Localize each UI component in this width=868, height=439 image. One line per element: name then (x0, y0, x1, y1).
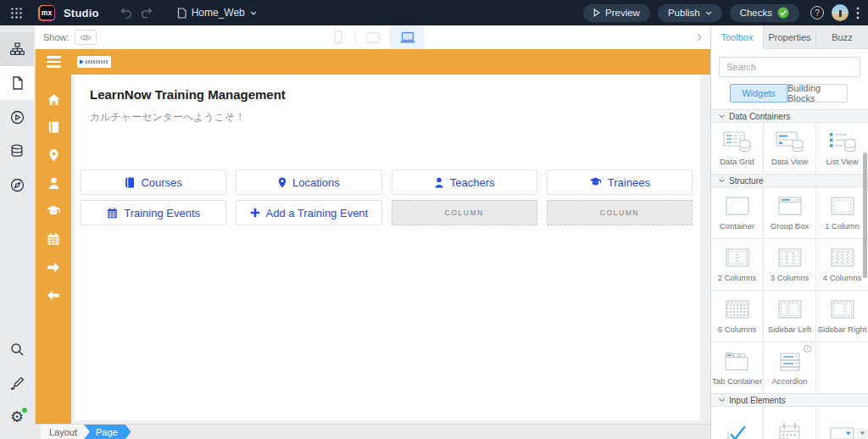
checks-button[interactable]: Checks (730, 4, 799, 22)
nav-calendar-icon[interactable] (46, 231, 61, 247)
widget-tile-3-columns[interactable]: 3 Columns (764, 239, 815, 290)
nav-book-icon[interactable] (46, 119, 61, 135)
plus-icon (250, 208, 260, 218)
widget-tile-data-view[interactable]: Data View (764, 123, 815, 174)
redo-icon[interactable] (141, 7, 153, 19)
widget-tile-1-column[interactable]: 1 Column (816, 187, 868, 238)
widget-tile-accordion[interactable]: i Accordion (764, 342, 815, 393)
studio-left-rail: ⚙ (0, 25, 34, 439)
page-canvas: LearnNow Training Management カルチャーセンターへよ… (34, 49, 710, 424)
widget-tile-6-columns[interactable]: 6 Columns (711, 291, 763, 342)
page-nav-sidebar (36, 49, 71, 424)
widget-tile-list-view[interactable]: List View (816, 123, 868, 174)
section-header-input-elements[interactable]: Input Elements (711, 393, 868, 407)
undo-icon[interactable] (120, 7, 132, 19)
rail-item-navigation[interactable] (0, 32, 34, 66)
search-input[interactable] (719, 57, 860, 77)
nav-home-icon[interactable] (46, 92, 61, 107)
training-events-button[interactable]: Training Events (81, 200, 226, 225)
tablet-view-button[interactable] (356, 25, 390, 49)
segment-widgets[interactable]: Widgets (730, 84, 787, 103)
widget-tile-sidebar-right[interactable]: Sidebar Right (816, 291, 868, 342)
nav-graduation-cap-icon[interactable] (46, 203, 61, 219)
rail-item-pages[interactable] (0, 66, 34, 100)
widget-tile-group-box[interactable]: Group Box (764, 187, 815, 238)
help-icon[interactable]: ? (810, 6, 824, 19)
rail-item-domain-model[interactable] (0, 134, 34, 168)
empty-column-placeholder[interactable]: COLUMN (547, 200, 693, 225)
eye-icon (80, 34, 92, 42)
widget-tile-2-columns[interactable]: 2 Columns (711, 239, 763, 290)
three-columns-icon (775, 247, 805, 270)
page-title: LearnNow Training Management (90, 87, 700, 102)
page-content-area: LearnNow Training Management カルチャーセンターへよ… (71, 49, 710, 424)
breadcrumb-page[interactable]: Page (84, 425, 131, 439)
tab-properties[interactable]: Properties (764, 25, 816, 48)
visibility-toggle-button[interactable] (75, 30, 97, 45)
rail-item-settings[interactable]: ⚙ (0, 400, 34, 434)
nav-user-icon[interactable] (46, 175, 61, 191)
trainees-button[interactable]: Trainees (547, 169, 693, 195)
empty-column-placeholder[interactable]: COLUMN (392, 200, 537, 225)
nav-arrow-right-icon[interactable] (46, 259, 61, 275)
widget-tile-sidebar-left[interactable]: Sidebar Left (764, 291, 815, 342)
notification-dot (22, 408, 27, 413)
laptop-icon (399, 31, 416, 43)
paintbrush-icon (10, 376, 25, 391)
preview-button[interactable]: Preview (583, 4, 650, 22)
info-icon[interactable]: i (804, 345, 811, 353)
rail-item-theme[interactable] (0, 366, 34, 400)
widget-tile-data-grid[interactable]: Data Grid (711, 123, 763, 174)
rail-item-search[interactable] (0, 332, 34, 366)
panel-collapse-chevron-icon[interactable] (697, 33, 702, 42)
add-training-event-button[interactable]: Add a Training Event (236, 200, 381, 225)
widget-tile-date-picker[interactable] (764, 407, 815, 439)
check-badge-icon (777, 7, 789, 19)
page-switcher[interactable]: Home_Web (177, 7, 257, 19)
section-header-structure[interactable]: Structure (711, 174, 868, 187)
nav-map-pin-icon[interactable] (46, 147, 61, 163)
breadcrumb-statusbar: Layout Page (34, 424, 710, 439)
tab-buzz[interactable]: Buzz (816, 25, 868, 48)
learnnow-logo[interactable] (77, 56, 111, 68)
widget-tile-tab-container[interactable]: Tab Container (711, 342, 763, 393)
desktop-view-button[interactable] (391, 25, 425, 49)
device-preview-switch (321, 25, 425, 49)
widget-tile-checkbox[interactable] (711, 407, 763, 439)
breadcrumb-layout[interactable]: Layout (41, 425, 89, 439)
four-columns-icon (827, 247, 858, 270)
avatar[interactable] (832, 4, 849, 21)
panel-scrollbar-thumb[interactable] (863, 153, 867, 278)
locations-button[interactable]: Locations (236, 169, 381, 195)
kebab-menu-icon[interactable] (856, 7, 860, 19)
publish-button[interactable]: Publish (658, 4, 722, 22)
rail-item-microflows[interactable] (0, 100, 34, 134)
phone-view-button[interactable] (321, 25, 355, 49)
scroll-down-arrow[interactable] (857, 428, 868, 439)
two-columns-icon (722, 247, 753, 270)
widget-tile-container[interactable]: Container (711, 187, 763, 238)
widget-tile-4-columns[interactable]: 4 Columns (816, 239, 868, 290)
show-label: Show: (43, 32, 70, 42)
tab-toolbox[interactable]: Toolbox (711, 25, 764, 49)
courses-button[interactable]: Courses (81, 169, 226, 195)
segment-building-blocks[interactable]: Building Blocks (787, 84, 848, 103)
hamburger-menu-icon[interactable] (47, 49, 61, 75)
list-view-icon (827, 131, 858, 154)
data-view-icon (775, 131, 805, 154)
canvas-toolbar: Show: (34, 25, 710, 49)
map-pin-icon (278, 177, 287, 188)
logo-mark (80, 59, 84, 64)
mendix-studio-window: mx Studio Home_Web Preview (0, 0, 868, 439)
chevron-down-icon (719, 398, 725, 402)
mendix-logo[interactable]: mx (38, 5, 55, 21)
page-subtitle: カルチャーセンターへようこそ！ (90, 110, 700, 125)
dropdown-icon (827, 420, 858, 439)
product-name: Studio (64, 7, 99, 19)
section-header-data-containers[interactable]: Data Containers (711, 109, 868, 123)
rail-item-navigation-document[interactable] (0, 168, 34, 202)
page-header-band (71, 49, 710, 75)
app-grid-icon[interactable] (8, 5, 25, 21)
nav-arrow-left-icon[interactable] (46, 287, 61, 303)
teachers-button[interactable]: Teachers (392, 169, 537, 195)
